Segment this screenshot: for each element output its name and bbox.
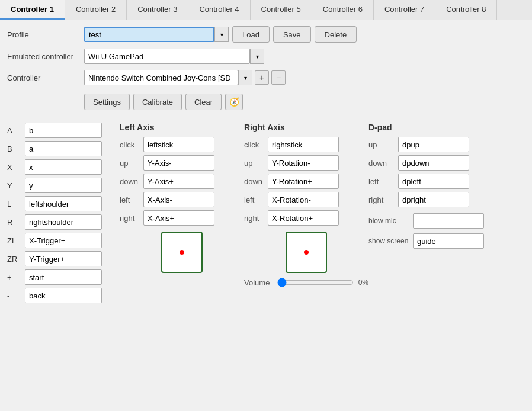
dpad-input-up[interactable] [398,137,469,152]
tabs-container: Controller 1Controller 2Controller 3Cont… [0,0,532,20]
dpad-extra-row-1: show screen [368,233,505,249]
action-buttons-row: Settings Calibrate Clear 🧭 [7,91,525,115]
button-label-ZR: ZR [7,255,25,264]
left-axis-row: up [120,155,244,171]
dpad-input-left[interactable] [398,174,469,189]
left-axis-input-click[interactable] [143,137,214,152]
dpad-header: D-pad [368,123,505,132]
right-axis-input-down[interactable] [268,174,339,189]
left-axis-input-left[interactable] [143,192,214,207]
load-button[interactable]: Load [232,26,270,43]
compass-icon-btn[interactable]: 🧭 [225,94,243,110]
left-axis-row: right [120,210,244,226]
right-axis-input-left[interactable] [268,192,339,207]
controller-row: Controller ▾ + − [7,70,525,85]
volume-percent: 0% [358,278,368,287]
tab-controller-6[interactable]: Controller 6 [312,0,374,20]
main-content: Profile ▾ Load Save Delete Emulated cont… [0,20,532,312]
save-button[interactable]: Save [273,26,311,43]
button-input-X[interactable] [25,159,102,175]
button-input-ZR[interactable] [25,251,102,266]
left-axis-input-up[interactable] [143,155,214,171]
calibrate-button[interactable]: Calibrate [133,94,182,110]
controller-label: Controller [7,73,84,82]
dpad-extra-row-0: blow mic [368,213,505,229]
button-input-A[interactable] [25,123,102,138]
dpad-row: left [368,174,505,189]
left-axis-column: Left Axis clickupdownleftright [120,123,244,306]
tab-controller-7[interactable]: Controller 7 [374,0,435,20]
button-input-+[interactable] [25,269,102,285]
left-axis-label-down: down [120,177,143,186]
left-axis-input-right[interactable] [143,210,214,226]
right-axis-input-click[interactable] [268,137,339,152]
settings-button[interactable]: Settings [84,94,130,110]
right-axis-label-down: down [244,177,268,186]
profile-dropdown-btn[interactable]: ▾ [214,27,229,42]
button-label-Y: Y [7,181,25,190]
left-axis-input-down[interactable] [143,174,214,189]
dpad-input-right[interactable] [398,192,469,207]
controller-dropdown-btn[interactable]: ▾ [238,70,252,85]
right-axis-input-right[interactable] [268,210,339,226]
right-axis-column: Right Axis clickupdownleftright Volume 0… [244,123,368,306]
dpad-extra-input-1[interactable] [413,233,484,249]
button-label-+: + [7,273,25,282]
right-joystick-visual [244,232,368,273]
right-axis-input-up[interactable] [268,155,339,171]
delete-button[interactable]: Delete [315,26,357,43]
button-input-ZL[interactable] [25,233,102,248]
dpad-label-left: left [368,177,398,186]
button-input-Y[interactable] [25,178,102,193]
button-mapping-row: L [7,196,120,211]
right-joystick-box [286,232,327,273]
dpad-extra-rows: blow micshow screen [368,213,505,249]
left-axis-label-right: right [120,214,143,223]
right-axis-row: up [244,155,368,171]
button-input-B[interactable] [25,141,102,156]
button-mapping-row: ZR [7,251,120,266]
tab-controller-5[interactable]: Controller 5 [251,0,312,20]
controller-input[interactable] [84,70,238,85]
button-label--: - [7,291,25,300]
left-axis-row: click [120,137,244,152]
mapping-area: ABXYLRZLZR+- Left Axis clickupdownleftri… [7,120,525,306]
remove-controller-btn[interactable]: − [271,70,286,85]
tab-controller-2[interactable]: Controller 2 [65,0,127,20]
dpad-extra-input-0[interactable] [413,213,484,229]
left-axis-label-up: up [120,159,143,168]
volume-row: Volume 0% [244,278,368,287]
button-mapping-row: A [7,123,120,138]
profile-label: Profile [7,30,84,39]
emulated-controller-dropdown-btn[interactable]: ▾ [250,49,264,64]
add-controller-btn[interactable]: + [255,70,269,85]
tab-controller-3[interactable]: Controller 3 [127,0,188,20]
profile-input[interactable] [84,27,214,42]
button-mapping-row: B [7,141,120,156]
dpad-extra-label-1: show screen [368,237,413,245]
right-axis-header: Right Axis [244,123,368,132]
button-input--[interactable] [25,288,102,303]
dpad-extra-label-0: blow mic [368,217,413,225]
right-axis-row: down [244,174,368,189]
button-label-R: R [7,218,25,227]
tab-controller-8[interactable]: Controller 8 [435,0,497,20]
tab-controller-4[interactable]: Controller 4 [188,0,250,20]
left-axis-row: left [120,192,244,207]
button-mapping-row: ZL [7,233,120,248]
button-input-L[interactable] [25,196,102,211]
left-joystick-visual [120,232,244,273]
button-input-R[interactable] [25,214,102,230]
dpad-input-down[interactable] [398,155,469,171]
dpad-row: up [368,137,505,152]
clear-button[interactable]: Clear [185,94,222,110]
right-axis-label-right: right [244,214,268,223]
tab-controller-1[interactable]: Controller 1 [0,0,65,20]
emulated-controller-input[interactable] [84,49,250,64]
button-mapping-row: - [7,288,120,303]
right-axis-row: right [244,210,368,226]
emulated-controller-row: Emulated controller ▾ [7,49,525,64]
volume-slider[interactable] [277,278,354,287]
button-label-X: X [7,163,25,172]
left-axis-label-click: click [120,140,143,149]
